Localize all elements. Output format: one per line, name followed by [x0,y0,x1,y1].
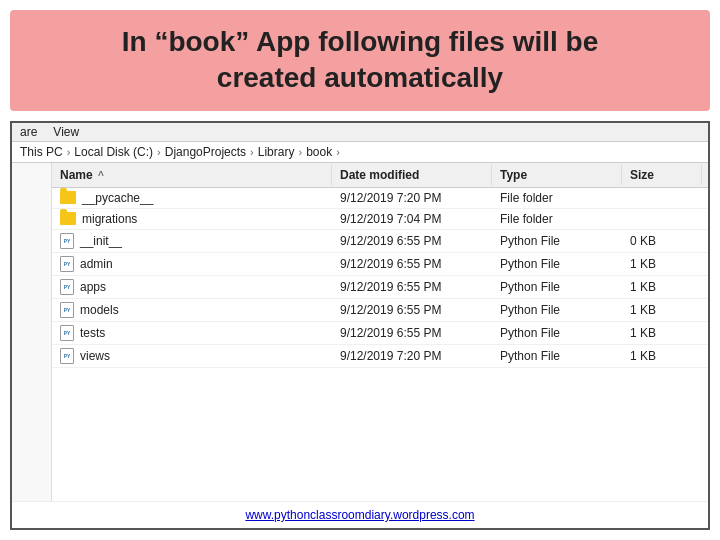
table-row[interactable]: __init__9/12/2019 6:55 PMPython File0 KB [52,230,708,253]
file-name-label: __init__ [80,234,122,248]
file-type: Python File [492,346,622,366]
file-name-label: admin [80,257,113,271]
file-date: 9/12/2019 6:55 PM [332,300,492,320]
table-row[interactable]: views9/12/2019 7:20 PMPython File1 KB [52,345,708,368]
col-header-type[interactable]: Type [492,165,622,185]
file-type: File folder [492,209,622,229]
file-name-label: tests [80,326,105,340]
explorer-window: are View This PC › Local Disk (C:) › Dja… [10,121,710,530]
file-size [622,216,702,222]
file-date: 9/12/2019 7:20 PM [332,346,492,366]
menu-item-share[interactable]: are [20,125,37,139]
file-size [622,195,702,201]
file-name-cell: __init__ [52,230,332,252]
address-django-projects[interactable]: DjangoProjects [165,145,246,159]
file-name-label: views [80,349,110,363]
table-row[interactable]: migrations9/12/2019 7:04 PMFile folder [52,209,708,230]
file-type: Python File [492,300,622,320]
title-line1: In “book” App following files will be [122,26,599,57]
footer-link[interactable]: www.pythonclassroomdiary.wordpress.com [12,501,708,528]
address-book[interactable]: book [306,145,332,159]
address-bar: This PC › Local Disk (C:) › DjangoProjec… [12,142,708,163]
file-date: 9/12/2019 6:55 PM [332,231,492,251]
py-icon [60,279,74,295]
title-line2: created automatically [217,62,503,93]
table-row[interactable]: models9/12/2019 6:55 PMPython File1 KB [52,299,708,322]
file-table: Name ^ Date modified Type Size __pycache… [52,163,708,501]
file-date: 9/12/2019 7:20 PM [332,188,492,208]
title-text: In “book” App following files will be cr… [30,24,690,97]
file-date: 9/12/2019 6:55 PM [332,323,492,343]
file-date: 9/12/2019 7:04 PM [332,209,492,229]
table-row[interactable]: apps9/12/2019 6:55 PMPython File1 KB [52,276,708,299]
address-local-disk[interactable]: Local Disk (C:) [74,145,153,159]
file-name-label: migrations [82,212,137,226]
file-type: Python File [492,254,622,274]
file-type: File folder [492,188,622,208]
py-icon [60,325,74,341]
file-name-cell: views [52,345,332,367]
file-name-label: apps [80,280,106,294]
py-icon [60,233,74,249]
file-name-cell: models [52,299,332,321]
col-header-date[interactable]: Date modified [332,165,492,185]
file-name-cell: __pycache__ [52,188,332,208]
col-header-name[interactable]: Name ^ [52,165,332,185]
file-size: 1 KB [622,300,702,320]
file-name-cell: apps [52,276,332,298]
left-panel [12,163,52,501]
file-type: Python File [492,231,622,251]
explorer-content: Name ^ Date modified Type Size __pycache… [12,163,708,501]
file-size: 1 KB [622,254,702,274]
py-icon [60,256,74,272]
menu-item-view[interactable]: View [53,125,79,139]
file-name-cell: tests [52,322,332,344]
address-library[interactable]: Library [258,145,295,159]
file-name-label: models [80,303,119,317]
col-header-size[interactable]: Size [622,165,702,185]
table-row[interactable]: admin9/12/2019 6:55 PMPython File1 KB [52,253,708,276]
slide-container: In “book” App following files will be cr… [0,0,720,540]
file-size: 1 KB [622,277,702,297]
file-type: Python File [492,277,622,297]
file-date: 9/12/2019 6:55 PM [332,277,492,297]
title-box: In “book” App following files will be cr… [10,10,710,111]
file-type: Python File [492,323,622,343]
py-icon [60,348,74,364]
table-body: __pycache__9/12/2019 7:20 PMFile folderm… [52,188,708,501]
file-date: 9/12/2019 6:55 PM [332,254,492,274]
table-header: Name ^ Date modified Type Size [52,163,708,188]
file-name-label: __pycache__ [82,191,153,205]
py-icon [60,302,74,318]
file-name-cell: migrations [52,209,332,229]
address-this-pc[interactable]: This PC [20,145,63,159]
table-row[interactable]: tests9/12/2019 6:55 PMPython File1 KB [52,322,708,345]
file-size: 0 KB [622,231,702,251]
file-size: 1 KB [622,323,702,343]
folder-icon [60,191,76,204]
file-name-cell: admin [52,253,332,275]
folder-icon [60,212,76,225]
menu-bar: are View [12,123,708,142]
file-size: 1 KB [622,346,702,366]
table-row[interactable]: __pycache__9/12/2019 7:20 PMFile folder [52,188,708,209]
